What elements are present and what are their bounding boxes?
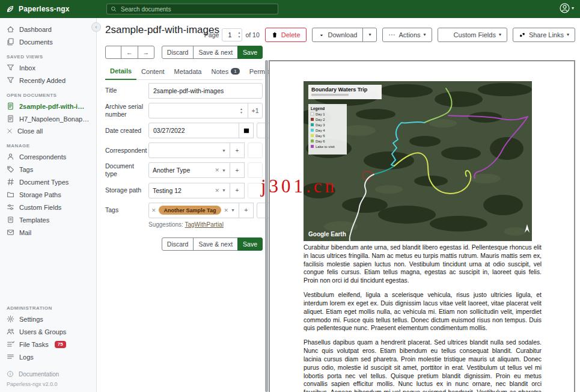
actions-button[interactable]: Actions ▾ [382, 28, 432, 42]
tab-details[interactable]: Details [105, 64, 136, 80]
date-created-input[interactable] [148, 123, 239, 138]
sidebar-item-mail[interactable]: Mail [0, 226, 96, 239]
document-type-select[interactable]: Another Type ✕ ▼ [148, 162, 230, 178]
discard-button-bottom[interactable]: Discard [162, 237, 194, 251]
sidebar-item-templates[interactable]: Templates [0, 213, 96, 226]
sidebar-item-label: Document Types [19, 179, 69, 186]
suggestion-link[interactable]: TagWithPartial [185, 221, 223, 228]
hash-icon [7, 178, 14, 186]
brand-label: Paperless-ngx [19, 5, 70, 13]
download-options-button[interactable]: ▾ [362, 28, 377, 42]
search-input[interactable] [120, 5, 274, 13]
title-input[interactable] [148, 83, 263, 99]
form-row-tags: Tags ✕ Another Sample Tag ✕ ▼ + [105, 203, 263, 218]
form-row-storage-path: Storage path Testing 12 ✕ ▼ + [105, 183, 263, 198]
asn-stepper[interactable]: ▲▼ [240, 107, 244, 115]
sidebar-item-logs[interactable]: Logs [0, 351, 96, 363]
mail-icon [7, 228, 14, 236]
file-text-icon [7, 115, 14, 123]
sidebar-item-custom-fields[interactable]: Custom Fields [0, 201, 96, 213]
sidebar-item-label: H7_Napoleon_Bonaparte_zadanie [19, 115, 90, 123]
app-brand[interactable]: Paperless-ngx [6, 5, 70, 13]
details-form: Title Archive serial number ▲▼ +1 Date c… [105, 83, 263, 251]
calendar-button[interactable] [239, 123, 254, 138]
close-document-button[interactable] [105, 46, 121, 59]
add-document-type-button[interactable]: + [230, 162, 245, 178]
storage-path-select[interactable]: Testing 12 ✕ ▼ [148, 183, 230, 198]
correspondent-label: Correspondent [105, 147, 145, 155]
add-correspondent-button[interactable]: + [230, 142, 245, 158]
sidebar-item-settings[interactable]: Settings [0, 313, 96, 325]
sidebar-open-doc-current[interactable]: 2sample-pdf-with-images [0, 100, 96, 112]
document-text: Curabitur bibendum ante urna, sed blandi… [304, 243, 542, 392]
correspondent-select[interactable]: ▼ [148, 142, 230, 158]
svg-text:Day 3: Day 3 [316, 123, 325, 127]
user-avatar-icon [560, 3, 570, 13]
page-label: Page [204, 31, 219, 38]
form-row-title: Title [105, 83, 263, 99]
preview-scrollbar[interactable] [265, 60, 268, 392]
save-next-button-bottom[interactable]: Save & next [193, 237, 238, 251]
remove-tag-icon[interactable]: ✕ [151, 207, 156, 213]
asn-next-button[interactable]: +1 [248, 103, 263, 118]
sidebar-item-label: Documentation [19, 371, 59, 378]
sidebar-item-documents[interactable]: Documents [0, 35, 96, 48]
clear-icon[interactable]: ✕ [224, 207, 228, 213]
download-icon [318, 31, 325, 38]
filter-lines-icon [252, 167, 259, 174]
page-stepper[interactable]: ▲▼ [237, 31, 240, 38]
previous-document-button[interactable]: ← [121, 46, 138, 59]
sidebar-item-users-groups[interactable]: Users & Groups [0, 325, 96, 338]
document-type-suggestions-button[interactable] [248, 162, 263, 178]
sidebar-item-dashboard[interactable]: Dashboard [0, 23, 96, 35]
save-group: Discard Save & next Save [162, 46, 263, 59]
clear-icon[interactable]: ✕ [215, 167, 220, 173]
global-search[interactable] [106, 4, 278, 14]
main-content: ‹ 2sample-pdf-with-images Page ▲▼ of 10 … [97, 18, 580, 392]
sidebar-item-close-all[interactable]: Close all [0, 125, 96, 137]
sidebar-item-storage-paths[interactable]: Storage Paths [0, 188, 96, 201]
tag-chip[interactable]: Another Sample Tag [159, 206, 222, 215]
sidebar-item-label: File Tasks [19, 341, 49, 348]
discard-button[interactable]: Discard [162, 46, 194, 59]
sidebar-open-doc-2[interactable]: H7_Napoleon_Bonaparte_zadanie [0, 112, 96, 125]
sidebar-item-label: Inbox [19, 64, 35, 72]
download-button[interactable]: Download [312, 28, 364, 42]
detail-tabs: Details Content Metadata Notes1 Permissi… [105, 64, 263, 80]
correspondent-suggestions-button[interactable] [248, 142, 263, 158]
sidebar-item-file-tasks[interactable]: File Tasks 75 [0, 338, 96, 351]
tab-notes[interactable]: Notes1 [206, 64, 244, 79]
file-text-icon [7, 102, 14, 110]
tab-metadata[interactable]: Metadata [169, 64, 207, 79]
delete-button[interactable]: Delete [265, 28, 307, 42]
next-document-button[interactable]: → [138, 46, 155, 59]
sidebar-item-documentation[interactable]: Documentation [0, 368, 96, 380]
trash-icon [271, 31, 278, 38]
storage-path-label: Storage path [105, 186, 145, 194]
sidebar-item-correspondents[interactable]: Correspondents [0, 150, 96, 163]
sidebar-item-recently-added[interactable]: Recently Added [0, 74, 96, 87]
asn-input[interactable]: ▲▼ [148, 103, 248, 118]
notes-count-badge: 1 [231, 68, 239, 75]
add-storage-path-button[interactable]: + [230, 183, 245, 198]
tag-icon [7, 165, 14, 173]
sidebar-collapse-button[interactable]: ‹ [91, 22, 101, 32]
custom-fields-button[interactable]: Custom Fields ▾ [438, 28, 507, 42]
save-next-button[interactable]: Save & next [193, 46, 238, 59]
sidebar-item-document-types[interactable]: Document Types [0, 176, 96, 188]
map-title: Boundary Waters Trip [311, 87, 368, 93]
caret-down-icon: ▼ [222, 168, 226, 173]
user-menu[interactable]: ▾ [560, 3, 574, 13]
clear-icon[interactable]: ✕ [215, 188, 220, 194]
tab-content[interactable]: Content [136, 64, 169, 79]
tags-select[interactable]: ✕ Another Sample Tag ✕ ▼ [148, 203, 239, 218]
form-row-asn: Archive serial number ▲▼ +1 [105, 103, 263, 118]
sidebar-item-inbox[interactable]: Inbox [0, 61, 96, 74]
add-tag-button[interactable]: + [239, 203, 254, 218]
save-button-bottom[interactable]: Save [237, 237, 263, 251]
share-links-button[interactable]: Share Links ▾ [513, 28, 575, 42]
storage-path-suggestions-button[interactable] [248, 183, 263, 198]
sidebar-item-tags[interactable]: Tags [0, 163, 96, 176]
sidebar-item-label: Custom Fields [19, 204, 61, 211]
save-button[interactable]: Save [237, 46, 263, 59]
